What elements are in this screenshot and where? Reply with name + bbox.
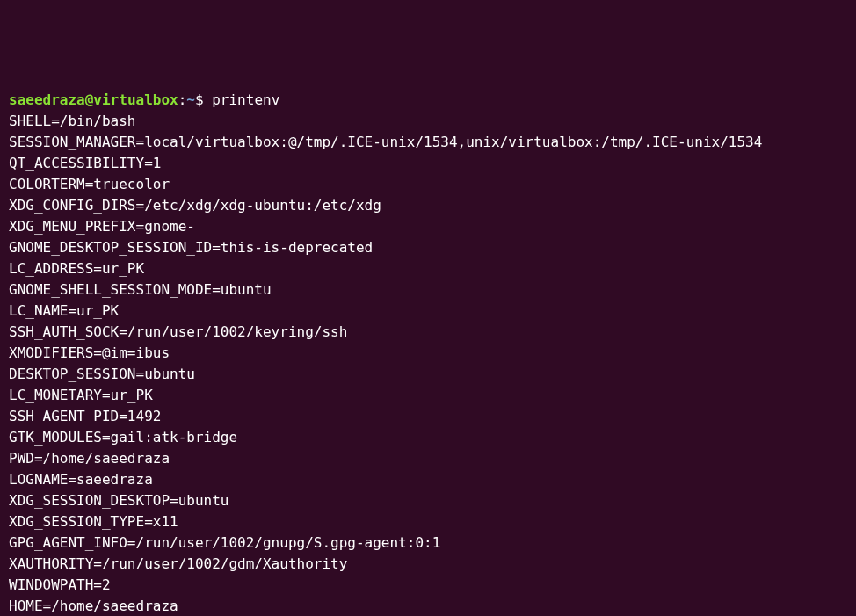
env-var-line: XDG_SESSION_TYPE=x11 (9, 511, 847, 533)
prompt-dollar: $ (195, 91, 212, 108)
env-var-line: DESKTOP_SESSION=ubuntu (9, 364, 847, 385)
env-var-line: COLORTERM=truecolor (9, 174, 847, 195)
env-var-line: XDG_CONFIG_DIRS=/etc/xdg/xdg-ubuntu:/etc… (9, 195, 847, 216)
env-var-line: GNOME_DESKTOP_SESSION_ID=this-is-depreca… (9, 237, 847, 258)
env-var-line: XDG_MENU_PREFIX=gnome- (9, 216, 847, 237)
env-var-line: QT_ACCESSIBILITY=1 (9, 153, 847, 174)
env-var-line: XAUTHORITY=/run/user/1002/gdm/Xauthority (9, 554, 847, 575)
env-var-line: PWD=/home/saeedraza (9, 448, 847, 469)
env-var-line: SSH_AUTH_SOCK=/run/user/1002/keyring/ssh (9, 322, 847, 343)
env-var-line: SSH_AGENT_PID=1492 (9, 406, 847, 427)
terminal-window[interactable]: saeedraza@virtualbox:~$ printenv SHELL=/… (9, 90, 847, 616)
prompt-user: saeedraza (9, 91, 85, 108)
prompt-colon: : (178, 91, 187, 108)
command-text: printenv (212, 91, 279, 108)
env-var-line: LC_NAME=ur_PK (9, 301, 847, 322)
env-var-line: SHELL=/bin/bash (9, 111, 847, 132)
env-var-line: XDG_SESSION_DESKTOP=ubuntu (9, 490, 847, 511)
env-var-line: LC_MONETARY=ur_PK (9, 385, 847, 406)
env-var-line: LOGNAME=saeedraza (9, 469, 847, 490)
prompt-at: @ (85, 91, 94, 108)
env-var-line: GNOME_SHELL_SESSION_MODE=ubuntu (9, 279, 847, 301)
env-var-line: XMODIFIERS=@im=ibus (9, 343, 847, 364)
env-var-line: HOME=/home/saeedraza (9, 596, 847, 616)
env-var-line: GPG_AGENT_INFO=/run/user/1002/gnupg/S.gp… (9, 533, 847, 554)
env-var-line: LC_ADDRESS=ur_PK (9, 258, 847, 279)
env-var-line: GTK_MODULES=gail:atk-bridge (9, 427, 847, 448)
env-var-line: WINDOWPATH=2 (9, 575, 847, 596)
prompt-host: virtualbox (93, 91, 178, 108)
env-var-line: SESSION_MANAGER=local/virtualbox:@/tmp/.… (9, 132, 847, 153)
prompt-path: ~ (186, 91, 195, 108)
